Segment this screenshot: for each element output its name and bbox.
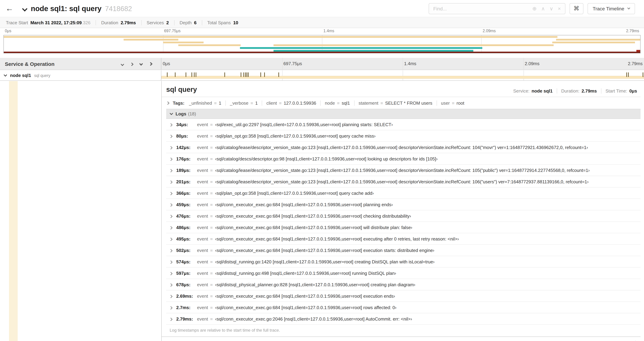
log-row[interactable]: 495μs: event = ‹sql/conn_executor_exec.g… bbox=[166, 233, 640, 245]
chevron-right-icon bbox=[166, 101, 170, 105]
expand-one-icon[interactable] bbox=[130, 61, 133, 67]
log-row[interactable]: 459μs: event = ‹sql/conn_executor_exec.g… bbox=[166, 199, 640, 210]
log-field-value: ‹sql/plan_opt.go:358 [nsql1,client=127.0… bbox=[215, 191, 374, 196]
log-marker-tick bbox=[224, 72, 225, 77]
collapse-one-icon[interactable] bbox=[121, 61, 124, 67]
log-row[interactable]: 678μs: event = ‹sql/distsql_physical_pla… bbox=[166, 279, 640, 290]
minimap-baseline bbox=[4, 52, 640, 53]
log-row[interactable]: 201μs: event = ‹sql/catalog/lease/descri… bbox=[166, 176, 640, 187]
summary-item-suffix: .326 bbox=[82, 20, 90, 25]
summary-item: Depth 6 bbox=[174, 20, 202, 25]
log-row[interactable]: 574μs: event = ‹sql/distsql_running.go:1… bbox=[166, 256, 640, 267]
span-row[interactable]: node sql1 sql query bbox=[0, 70, 644, 81]
log-marker-tick bbox=[167, 72, 168, 77]
keyboard-shortcuts-button[interactable]: ⌘ bbox=[570, 3, 583, 14]
log-timestamp: 34μs: bbox=[176, 122, 196, 127]
collapse-all-icon[interactable] bbox=[140, 62, 142, 65]
log-field-separator: = bbox=[210, 293, 213, 299]
chevron-right-icon bbox=[169, 169, 172, 172]
gridline bbox=[163, 35, 163, 53]
tags-row[interactable]: Tags: _unfinished = 1 _verbose = 1 clien… bbox=[162, 97, 640, 109]
page-title: node sql1: sql query 7418682 bbox=[31, 4, 132, 13]
chevron-right-icon bbox=[169, 226, 172, 230]
span-meta-item: Duration: 2.79ms bbox=[557, 88, 601, 94]
minimap-span-bar bbox=[556, 39, 640, 41]
tag-key: _unfinished bbox=[189, 101, 212, 106]
log-field-value: ‹sql/conn_executor_exec.go:684 [nsql1,cl… bbox=[215, 202, 393, 207]
log-field-separator: = bbox=[210, 179, 213, 184]
log-row[interactable]: 366μs: event = ‹sql/plan_opt.go:358 [nsq… bbox=[166, 187, 640, 199]
log-marker-tick bbox=[244, 72, 244, 77]
next-result-icon[interactable]: ∨ bbox=[550, 5, 553, 12]
log-field-key: event bbox=[197, 145, 208, 150]
log-marker-tick bbox=[642, 72, 643, 77]
minimap-axis: 0μs697.75μs1.4ms2.09ms2.79ms bbox=[4, 29, 640, 34]
log-field-key: event bbox=[197, 293, 208, 299]
log-timestamp: 459μs: bbox=[176, 202, 196, 207]
log-field-key: event bbox=[197, 259, 208, 264]
minimap-span-bar bbox=[274, 44, 554, 46]
ruler-tick-label: 2.09ms bbox=[525, 61, 540, 66]
log-row[interactable]: 80μs: event = ‹sql/plan_opt.go:358 [nsql… bbox=[166, 130, 640, 142]
log-field-value: ‹sql/conn_executor_exec.go:684 [nsql1,cl… bbox=[215, 293, 395, 299]
log-field-key: event bbox=[197, 213, 208, 219]
log-row[interactable]: 476μs: event = ‹sql/conn_executor_exec.g… bbox=[166, 210, 640, 222]
span-track[interactable] bbox=[161, 70, 644, 80]
service-operation-title: Service & Operation bbox=[5, 61, 54, 67]
chevron-right-icon bbox=[169, 260, 172, 264]
summary-item-value: March 31 2022, 17:25:09 bbox=[30, 20, 82, 25]
chevron-right-icon bbox=[169, 192, 172, 195]
span-meta-label: Duration: bbox=[561, 88, 580, 94]
chevron-down-icon bbox=[22, 6, 27, 11]
tag-separator: = bbox=[452, 101, 454, 106]
summary-item: Trace Start March 31 2022, 17:25:09 .326 bbox=[1, 20, 96, 25]
back-button[interactable]: ← bbox=[6, 4, 17, 13]
log-field-separator: = bbox=[210, 316, 213, 321]
log-field-key: event bbox=[197, 282, 208, 287]
page-header: ← node sql1: sql query 7418682 ⊕ ∧ ∨ × ⌘ bbox=[0, 0, 644, 17]
log-row[interactable]: 2.7ms: event = ‹sql/conn_executor_exec.g… bbox=[166, 302, 640, 313]
axis-tick-label: 0μs bbox=[5, 29, 12, 33]
minimap-span-bar bbox=[274, 50, 474, 52]
log-marker-tick bbox=[260, 72, 261, 77]
trace-view-dropdown[interactable]: Trace Timeline bbox=[588, 3, 635, 14]
minimap-canvas[interactable] bbox=[4, 35, 640, 53]
span-meta-item: Start Time: 0μs bbox=[601, 88, 639, 94]
log-row[interactable]: 597μs: event = ‹sql/distsql_running.go:4… bbox=[166, 267, 640, 279]
expand-all-icon[interactable] bbox=[149, 63, 152, 65]
ruler-tick-label: 697.75μs bbox=[284, 61, 302, 66]
log-field-value: ‹sql/conn_executor_exec.go:684 [nsql1,cl… bbox=[215, 248, 434, 253]
log-row[interactable]: 2.79ms: event = ‹sql/conn_executor_exec.… bbox=[166, 313, 640, 325]
logs-header[interactable]: Logs (18) bbox=[166, 109, 640, 119]
log-row[interactable]: 34μs: event = ‹sql/exec_util.go:2297 [ns… bbox=[166, 119, 640, 130]
log-timestamp: 502μs: bbox=[176, 248, 196, 253]
log-timestamp: 476μs: bbox=[176, 213, 196, 219]
span-row-label[interactable]: node sql1 sql query bbox=[0, 70, 161, 80]
log-marker-tick bbox=[175, 72, 176, 77]
log-field-separator: = bbox=[210, 168, 213, 173]
log-row[interactable]: 189μs: event = ‹sql/catalog/lease/descri… bbox=[166, 165, 640, 176]
span-bar[interactable] bbox=[161, 76, 644, 79]
log-marker-tick bbox=[186, 72, 186, 77]
log-row[interactable]: 2.69ms: event = ‹sql/conn_executor_exec.… bbox=[166, 290, 640, 302]
trace-view-label: Trace Timeline bbox=[592, 6, 624, 11]
log-timestamp: 574μs: bbox=[176, 259, 196, 264]
log-row[interactable]: 142μs: event = ‹sql/catalog/lease/descri… bbox=[166, 142, 640, 153]
log-row[interactable]: 486μs: event = ‹sql/conn_executor_exec.g… bbox=[166, 222, 640, 233]
gridline bbox=[523, 58, 524, 70]
prev-result-icon[interactable]: ∧ bbox=[541, 5, 545, 12]
focus-match-icon[interactable]: ⊕ bbox=[532, 5, 537, 12]
summary-item: Services 2 bbox=[141, 20, 174, 25]
find-input[interactable] bbox=[429, 3, 528, 14]
tag-key: node bbox=[325, 101, 335, 106]
header-toolbar: ⊕ ∧ ∨ × ⌘ Trace Timeline bbox=[429, 3, 635, 14]
log-field-separator: = bbox=[210, 202, 213, 207]
trace-collapse-toggle[interactable] bbox=[23, 6, 27, 12]
clear-search-icon[interactable]: × bbox=[558, 6, 561, 12]
log-row[interactable]: 502μs: event = ‹sql/conn_executor_exec.g… bbox=[166, 245, 640, 256]
minimap-span-bar bbox=[163, 42, 204, 43]
command-icon: ⌘ bbox=[573, 5, 579, 12]
log-timestamp: 366μs: bbox=[176, 191, 196, 196]
chevron-right-icon bbox=[169, 215, 172, 218]
log-row[interactable]: 176μs: event = ‹sql/catalog/descs/descri… bbox=[166, 153, 640, 165]
